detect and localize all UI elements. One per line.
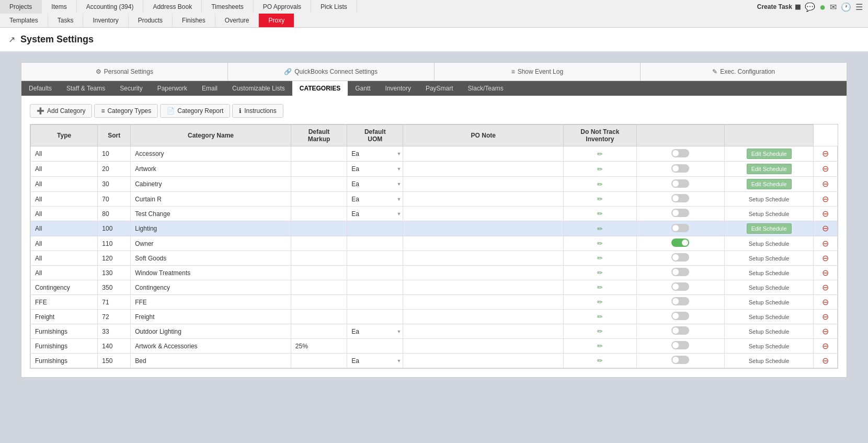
nav-po-approvals[interactable]: PO Approvals	[254, 0, 311, 14]
edit-icon[interactable]: ✏	[597, 269, 603, 277]
remove-button[interactable]: ⊖	[822, 209, 829, 218]
nav-accounting[interactable]: Accounting (394)	[77, 0, 144, 14]
remove-button[interactable]: ⊖	[822, 195, 829, 203]
edit-icon[interactable]: ✏	[597, 150, 603, 158]
toggle-switch[interactable]	[671, 179, 689, 188]
remove-button[interactable]: ⊖	[822, 149, 829, 158]
remove-button[interactable]: ⊖	[822, 327, 829, 336]
nav-products[interactable]: Products	[129, 14, 173, 27]
tab-personal-settings[interactable]: ⚙ Personal Settings	[21, 63, 228, 81]
nav-inventory[interactable]: Inventory	[83, 14, 128, 27]
schedule-button[interactable]: Setup Schedule	[745, 298, 794, 307]
nav-tasks[interactable]: Tasks	[48, 14, 84, 27]
nav-proxy[interactable]: Proxy	[259, 14, 294, 27]
toggle-switch[interactable]	[671, 164, 689, 173]
external-link-icon[interactable]: ↗	[8, 35, 15, 44]
toggle-switch[interactable]	[671, 238, 689, 247]
remove-button[interactable]: ⊖	[822, 268, 829, 277]
edit-icon[interactable]: ✏	[597, 240, 603, 247]
nav-templates[interactable]: Templates	[0, 14, 48, 27]
remove-button[interactable]: ⊖	[822, 312, 829, 321]
toggle-switch[interactable]	[671, 268, 689, 276]
category-report-button[interactable]: 📄 Category Report	[160, 104, 230, 118]
nav-projects[interactable]: Projects	[0, 0, 42, 14]
nav-pick-lists[interactable]: Pick Lists	[311, 0, 357, 14]
schedule-button[interactable]: Edit Schedule	[747, 223, 792, 234]
schedule-button[interactable]: Setup Schedule	[745, 327, 794, 336]
toggle-switch[interactable]	[671, 224, 689, 232]
nav-timesheets[interactable]: Timesheets	[202, 0, 254, 14]
schedule-button[interactable]: Setup Schedule	[745, 195, 794, 204]
subnav-inventory[interactable]: Inventory	[378, 81, 418, 96]
remove-button[interactable]: ⊖	[822, 298, 829, 306]
toggle-switch[interactable]	[671, 312, 689, 320]
schedule-button[interactable]: Setup Schedule	[745, 239, 794, 248]
schedule-button[interactable]: Edit Schedule	[747, 149, 792, 159]
remove-button[interactable]: ⊖	[822, 356, 829, 365]
toggle-switch[interactable]	[671, 297, 689, 305]
uom-dropdown-arrow[interactable]: ▼	[397, 181, 402, 187]
edit-icon[interactable]: ✏	[597, 327, 603, 335]
edit-icon[interactable]: ✏	[597, 254, 603, 262]
schedule-button[interactable]: Edit Schedule	[747, 164, 792, 174]
edit-icon[interactable]: ✏	[597, 225, 603, 233]
subnav-customizable-lists[interactable]: Customizable Lists	[225, 81, 292, 96]
toggle-switch[interactable]	[671, 341, 689, 349]
nav-finishes[interactable]: Finishes	[173, 14, 215, 27]
remove-button[interactable]: ⊖	[822, 224, 829, 233]
edit-icon[interactable]: ✏	[597, 313, 603, 321]
subnav-defaults[interactable]: Defaults	[21, 81, 59, 96]
subnav-staff-teams[interactable]: Staff & Teams	[59, 81, 112, 96]
uom-dropdown-arrow[interactable]: ▼	[397, 151, 402, 156]
edit-icon[interactable]: ✏	[597, 210, 603, 218]
instructions-button[interactable]: ℹ Instructions	[232, 104, 283, 118]
chat-icon[interactable]: 💬	[805, 2, 815, 12]
edit-icon[interactable]: ✏	[597, 298, 603, 306]
tab-event-log[interactable]: ≡ Show Event Log	[435, 63, 641, 81]
remove-button[interactable]: ⊖	[822, 342, 829, 350]
edit-icon[interactable]: ✏	[597, 195, 603, 203]
menu-icon[interactable]: ☰	[855, 2, 863, 12]
uom-dropdown-arrow[interactable]: ▼	[397, 358, 402, 364]
schedule-button[interactable]: Setup Schedule	[745, 356, 794, 366]
schedule-button[interactable]: Setup Schedule	[745, 254, 794, 263]
create-task-button[interactable]: Create Task ▦	[757, 3, 801, 10]
remove-button[interactable]: ⊖	[822, 283, 829, 292]
category-types-button[interactable]: ≡ Category Types	[94, 104, 158, 118]
remove-button[interactable]: ⊖	[822, 164, 829, 173]
subnav-security[interactable]: Security	[112, 81, 150, 96]
schedule-button[interactable]: Edit Schedule	[747, 179, 792, 189]
tab-quickbooks[interactable]: 🔗 QuickBooks Connect Settings	[228, 63, 435, 81]
edit-icon[interactable]: ✏	[597, 342, 603, 350]
toggle-switch[interactable]	[671, 194, 689, 202]
toggle-switch[interactable]	[671, 209, 689, 217]
toggle-switch[interactable]	[671, 149, 689, 157]
toggle-switch[interactable]	[671, 326, 689, 335]
toggle-switch[interactable]	[671, 282, 689, 291]
toggle-switch[interactable]	[671, 253, 689, 262]
tab-exec-config[interactable]: ✎ Exec. Configuration	[641, 63, 847, 81]
edit-icon[interactable]: ✏	[597, 283, 603, 291]
uom-dropdown-arrow[interactable]: ▼	[397, 211, 402, 217]
add-category-button[interactable]: ➕ Add Category	[30, 104, 92, 118]
nav-address-book[interactable]: Address Book	[143, 0, 202, 14]
uom-dropdown-arrow[interactable]: ▼	[397, 197, 402, 202]
edit-icon[interactable]: ✏	[597, 165, 603, 173]
remove-button[interactable]: ⊖	[822, 254, 829, 263]
mail-icon[interactable]: ✉	[830, 2, 837, 12]
remove-button[interactable]: ⊖	[822, 179, 829, 188]
schedule-button[interactable]: Setup Schedule	[745, 268, 794, 278]
nav-items[interactable]: Items	[42, 0, 76, 14]
subnav-slack-teams[interactable]: Slack/Teams	[461, 81, 511, 96]
subnav-categories[interactable]: CATEGORIES	[292, 81, 348, 96]
clock-icon[interactable]: 🕐	[841, 2, 851, 12]
remove-button[interactable]: ⊖	[822, 239, 829, 248]
subnav-gantt[interactable]: Gantt	[348, 81, 378, 96]
uom-dropdown-arrow[interactable]: ▼	[397, 166, 402, 172]
edit-icon[interactable]: ✏	[597, 357, 603, 365]
schedule-button[interactable]: Setup Schedule	[745, 312, 794, 322]
nav-overture[interactable]: Overture	[215, 14, 259, 27]
subnav-paperwork[interactable]: Paperwork	[150, 81, 195, 96]
subnav-paysmart[interactable]: PaySmart	[418, 81, 461, 96]
edit-icon[interactable]: ✏	[597, 180, 603, 188]
